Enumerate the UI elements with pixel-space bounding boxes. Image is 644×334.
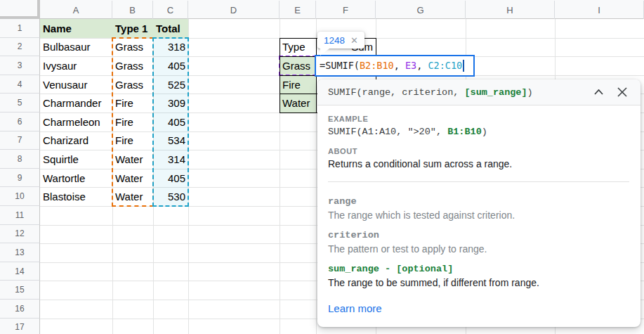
cell-E2[interactable]: Type [280, 38, 316, 57]
row-header-13[interactable]: 13 [0, 243, 40, 262]
cell-A1[interactable]: Name [40, 19, 112, 38]
select-all-corner[interactable] [0, 0, 40, 19]
about-label: ABOUT [328, 147, 629, 155]
cell-C9[interactable]: 405 [153, 169, 188, 188]
formula-token: E3 [405, 60, 416, 71]
row-header-3[interactable]: 3 [0, 56, 40, 75]
row-header-11[interactable]: 11 [0, 206, 40, 225]
text-caret [463, 60, 464, 72]
about-text: Returns a conditional sum across a range… [328, 158, 629, 169]
row-header-5[interactable]: 5 [0, 94, 40, 113]
cell-E5[interactable]: Water [280, 94, 316, 113]
row-header-7[interactable]: 7 [0, 131, 40, 150]
cell-A3[interactable]: Ivysaur [40, 56, 112, 75]
cell-E3[interactable]: Grass [280, 56, 316, 75]
param-name: range [328, 196, 629, 207]
column-header-H[interactable]: H [466, 1, 555, 19]
formula-result-value: 1248 [324, 35, 345, 46]
cell-A5[interactable]: Charmander [40, 94, 112, 113]
formula-edit-cell[interactable]: =SUMIF(B2:B10, E3, C2:C10 [315, 55, 475, 77]
param-description: The pattern or test to apply to range. [328, 243, 629, 255]
learn-more-link[interactable]: Learn more [328, 302, 382, 314]
example-code: SUMIF(A1:A10, ">20", B1:B10) [328, 127, 629, 137]
example-label: EXAMPLE [328, 115, 629, 123]
tooltip-tail [320, 49, 329, 56]
cell-C2[interactable]: 318 [153, 38, 188, 57]
row-header-1[interactable]: 1 [0, 19, 40, 38]
cell-C8[interactable]: 314 [153, 150, 188, 169]
cell-A4[interactable]: Venusaur [40, 75, 112, 94]
close-popup-icon[interactable] [614, 84, 631, 101]
column-header-G[interactable]: G [376, 1, 466, 19]
formula-token: =SUMIF( [320, 60, 360, 71]
row-header-4[interactable]: 4 [0, 75, 40, 94]
row-header-15[interactable]: 15 [0, 281, 40, 300]
collapse-chevron-up-icon[interactable] [590, 84, 607, 101]
column-header-I[interactable]: I [555, 1, 644, 19]
cell-C1[interactable]: Total [153, 19, 188, 38]
row-header-12[interactable]: 12 [0, 225, 40, 244]
formula-result-preview: 1248 ✕ [317, 32, 364, 49]
column-header-D[interactable]: D [188, 1, 280, 19]
cell-B5[interactable]: Fire [112, 94, 153, 113]
formula-token: , [416, 60, 428, 71]
cell-B7[interactable]: Fire [112, 131, 153, 150]
param-sum_range: sum_range - [optional]The range to be su… [328, 264, 629, 288]
cell-E4[interactable]: Fire [280, 75, 316, 94]
gridline [188, 19, 189, 334]
cell-C6[interactable]: 405 [153, 113, 188, 131]
cell-B4[interactable]: Grass [112, 75, 153, 94]
row-header-17[interactable]: 17 [0, 319, 40, 334]
param-name: sum_range - [optional] [328, 264, 629, 274]
row-header-10[interactable]: 10 [0, 187, 40, 206]
column-header-E[interactable]: E [280, 1, 316, 19]
param-name: criterion [328, 230, 629, 240]
function-signature: SUMIF(range, criterion, [sum_range]) [328, 87, 583, 98]
cell-A6[interactable]: Charmeleon [40, 113, 112, 131]
cell-C4[interactable]: 525 [153, 75, 188, 94]
cell-B1[interactable]: Type 1 [112, 19, 153, 38]
cell-B8[interactable]: Water [112, 150, 153, 169]
cell-C10[interactable]: 530 [153, 187, 188, 206]
param-range: rangeThe range which is tested against c… [328, 196, 629, 221]
cell-C7[interactable]: 534 [153, 131, 188, 150]
row-header-2[interactable]: 2 [0, 38, 40, 57]
formula-token: , [394, 60, 405, 71]
row-header-8[interactable]: 8 [0, 150, 40, 169]
spreadsheet-grid: ABCDEFGHI 1234567891011121314151617NameT… [0, 0, 644, 334]
column-header-strip: ABCDEFGHI [0, 0, 644, 19]
cell-B9[interactable]: Water [112, 169, 153, 188]
row-header-9[interactable]: 9 [0, 169, 40, 188]
param-criterion: criterionThe pattern or test to apply to… [328, 230, 629, 255]
function-help-popup: SUMIF(range, criterion, [sum_range]) EXA… [317, 79, 640, 327]
cell-A9[interactable]: Wartortle [40, 169, 112, 188]
param-description: The range to be summed, if different fro… [328, 277, 629, 288]
cell-B10[interactable]: Water [112, 187, 153, 206]
cell-B2[interactable]: Grass [112, 38, 153, 57]
column-header-B[interactable]: B [112, 1, 153, 19]
cell-A10[interactable]: Blastoise [40, 187, 112, 206]
cell-B6[interactable]: Fire [112, 113, 153, 131]
row-header-14[interactable]: 14 [0, 262, 40, 281]
cell-C5[interactable]: 309 [153, 94, 188, 113]
row-header-6[interactable]: 6 [0, 113, 40, 131]
cell-A8[interactable]: Squirtle [40, 150, 112, 169]
formula-token: B2:B10 [360, 60, 394, 71]
function-signature-header: SUMIF(range, criterion, [sum_range]) [317, 79, 640, 105]
cell-A2[interactable]: Bulbasaur [40, 38, 112, 57]
cell-A7[interactable]: Charizard [40, 131, 112, 150]
close-icon[interactable]: ✕ [350, 36, 358, 45]
column-header-F[interactable]: F [316, 1, 376, 19]
column-header-A[interactable]: A [40, 1, 112, 19]
formula-token: C2:C10 [428, 60, 462, 71]
column-header-C[interactable]: C [153, 1, 188, 19]
popup-divider [328, 181, 629, 182]
row-header-16[interactable]: 16 [0, 300, 40, 319]
param-description: The range which is tested against criter… [328, 210, 629, 221]
cell-C3[interactable]: 405 [153, 56, 188, 75]
cell-B3[interactable]: Grass [112, 56, 153, 75]
